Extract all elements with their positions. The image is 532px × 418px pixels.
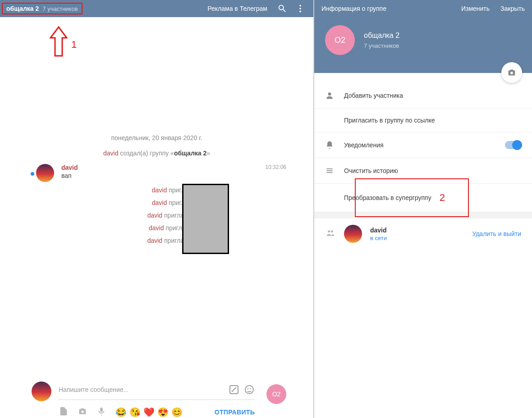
clear-history-item[interactable]: Очистить историю xyxy=(314,158,532,184)
message-row: david 10:32:06 вап xyxy=(9,162,304,186)
svg-point-4 xyxy=(245,386,253,394)
svg-rect-10 xyxy=(326,168,332,169)
unread-dot-icon xyxy=(31,172,34,176)
date-separator: понедельник, 20 января 2020 г. xyxy=(9,134,304,141)
leave-group-button[interactable]: Удалить и выйти xyxy=(472,230,521,237)
svg-point-2 xyxy=(299,11,301,13)
notifications-item[interactable]: Уведомления xyxy=(314,132,532,158)
annotation-label-1: 1 xyxy=(71,39,77,50)
sender-name: david xyxy=(61,164,78,171)
message-text: вап xyxy=(61,172,286,179)
emoji-icon[interactable] xyxy=(244,384,255,395)
svg-point-5 xyxy=(248,388,248,389)
chat-title: общалка 2 xyxy=(6,5,39,12)
svg-point-14 xyxy=(331,230,333,232)
svg-point-0 xyxy=(299,5,301,7)
add-member-item[interactable]: Добавить участника xyxy=(314,83,532,109)
mic-icon[interactable] xyxy=(96,406,106,418)
system-invite: david пригласил(а) xyxy=(54,199,304,206)
set-photo-button[interactable] xyxy=(501,62,522,83)
member-row[interactable]: david в сети Удалить и выйти xyxy=(314,218,532,249)
camera-icon xyxy=(507,68,517,77)
members-icon xyxy=(325,228,336,239)
member-avatar[interactable] xyxy=(344,225,362,243)
system-created: david создал(а) группу «общалка 2» xyxy=(9,150,304,157)
destination-badge[interactable]: О2 xyxy=(266,384,286,404)
chat-title-block[interactable]: общалка 2 7 участников xyxy=(2,3,83,14)
svg-point-6 xyxy=(250,388,251,389)
more-icon[interactable] xyxy=(295,4,305,14)
self-avatar[interactable] xyxy=(32,382,51,401)
convert-supergroup-item[interactable]: Преобразовать в супергруппу 2 xyxy=(314,184,532,212)
section-divider xyxy=(314,212,532,218)
chat-header: общалка 2 7 участников Реклама в Телегра… xyxy=(0,0,313,17)
system-invite: david пригласил(а) xyxy=(54,186,304,194)
camera-icon[interactable] xyxy=(78,406,87,418)
system-invite: david пригласил(а) Vk xyxy=(54,237,304,244)
message-time: 10:32:06 xyxy=(265,164,286,171)
group-avatar[interactable]: О2 xyxy=(325,25,355,55)
close-button[interactable]: Закрыть xyxy=(500,5,525,12)
send-button[interactable]: ОТПРАВИТЬ xyxy=(215,409,255,416)
group-name: общалка 2 xyxy=(364,32,399,40)
annotation-arrow-1 xyxy=(50,26,68,58)
search-icon[interactable] xyxy=(277,4,287,14)
svg-point-8 xyxy=(510,72,513,74)
group-members-count: 7 участников xyxy=(364,42,399,49)
group-actions: Добавить участника Пригласить в группу п… xyxy=(314,83,532,212)
avatar[interactable] xyxy=(36,164,54,182)
redacted-mask xyxy=(182,184,229,254)
svg-point-13 xyxy=(328,230,330,232)
svg-rect-12 xyxy=(326,172,332,173)
system-invite: david пригласил(а) Vk xyxy=(54,212,304,219)
svg-point-9 xyxy=(328,92,331,95)
chat-pane: общалка 2 7 участников Реклама в Телегра… xyxy=(0,0,313,418)
format-icon[interactable] xyxy=(229,384,239,395)
info-header: Информация о группе Изменить Закрыть xyxy=(314,0,532,17)
system-invite: david пригласил(а) м xyxy=(54,224,304,232)
ad-link[interactable]: Реклама в Телеграм xyxy=(207,5,267,12)
info-title: Информация о группе xyxy=(321,5,450,12)
notifications-toggle[interactable] xyxy=(505,141,521,149)
chat-subtitle: 7 участников xyxy=(42,5,78,12)
member-name: david xyxy=(370,227,464,234)
annotation-label-2: 2 xyxy=(440,192,445,204)
list-icon xyxy=(325,166,344,175)
message-input[interactable] xyxy=(59,386,224,393)
member-status: в сети xyxy=(370,235,464,241)
info-pane: Информация о группе Изменить Закрыть О2 … xyxy=(313,0,532,418)
edit-button[interactable]: Изменить xyxy=(461,5,490,12)
person-icon xyxy=(325,91,344,100)
emoji-quickbar[interactable]: 😂😘❤️😍😊 xyxy=(115,407,183,418)
invite-block: david пригласил(а) david пригласил(а) da… xyxy=(54,186,304,244)
chat-body: понедельник, 20 января 2020 г. david соз… xyxy=(0,17,313,373)
composer: 😂😘❤️😍😊 ОТПРАВИТЬ О2 xyxy=(0,373,313,418)
attach-file-icon[interactable] xyxy=(59,406,69,418)
svg-point-1 xyxy=(299,8,301,9)
svg-point-7 xyxy=(81,410,84,413)
bell-icon xyxy=(325,141,344,150)
svg-rect-11 xyxy=(326,170,332,171)
group-summary: О2 общалка 2 7 участников xyxy=(314,17,532,73)
invite-link-item[interactable]: Пригласить в группу по ссылке xyxy=(314,109,532,132)
